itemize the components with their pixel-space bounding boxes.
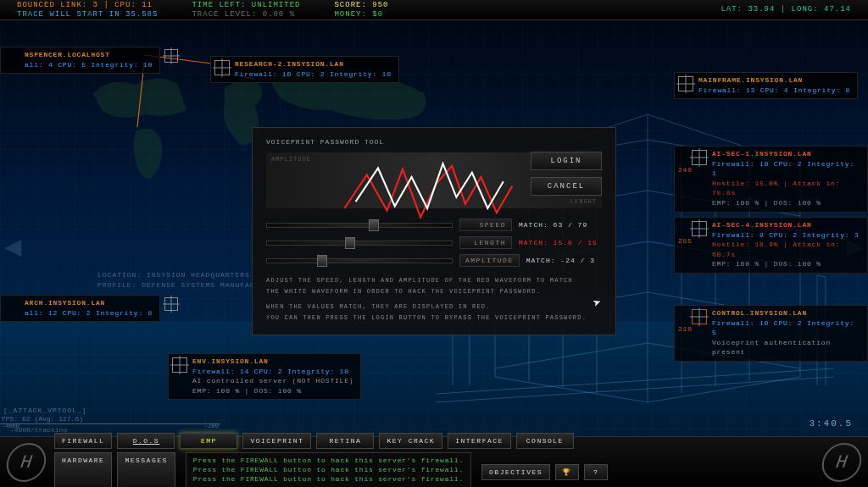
info-line: When the values match, they are displaye… <box>266 302 602 313</box>
objectives-button[interactable]: Objectives <box>481 464 550 480</box>
attack-label: [_ATTACK_VPTOOL_] <box>3 407 87 414</box>
tool-console[interactable]: Console <box>516 433 574 449</box>
stat-latlong: Lat: 33.94 | Long: 47.14 <box>721 5 851 14</box>
slider-handle[interactable] <box>345 237 355 249</box>
tool-voiceprint[interactable]: Voiceprint <box>242 433 311 449</box>
slider-track[interactable] <box>266 258 453 263</box>
node-emp: EMP: 100 % | DOS: 100 % <box>712 198 860 208</box>
slider-amplitude[interactable]: amplitudeMatch: -24 / 3 <box>266 254 602 267</box>
info-line: the white waveform in order to hack the … <box>266 286 602 297</box>
node-arch[interactable]: arch.insysion.lan all: 12 CPU: 2 Integri… <box>0 295 160 322</box>
side-count: 285 <box>678 236 693 246</box>
slider-label: amplitude <box>459 254 520 267</box>
node-auth: Voiceprint authentication present <box>712 338 860 357</box>
node-title: control.insysion.lan <box>712 308 860 318</box>
node-research[interactable]: research-2.insysion.lan Firewall: 10 CPU… <box>210 56 399 83</box>
slider-match: Match: 15.0 / 15 <box>519 239 602 246</box>
message-line: Press the FIREWALL button to hack this s… <box>193 456 464 465</box>
node-hostile: Hostile: 15.0% | Attack in: 78.8s <box>712 179 860 198</box>
bottom-bar: 3:40.5 H H FirewallD.O.SEMPVoiceprintRet… <box>0 436 868 487</box>
logo-left: H <box>4 443 48 482</box>
reticle-icon <box>164 297 178 311</box>
reticle-icon <box>692 150 707 165</box>
node-mainframe[interactable]: mainframe.insysion.lan Firewall: 13 CPU:… <box>674 72 858 99</box>
tool-firewall[interactable]: Firewall <box>54 433 112 449</box>
slider-track[interactable] <box>266 241 453 246</box>
reticle-icon <box>172 357 187 373</box>
node-title: env.insysion.lan <box>192 357 353 367</box>
node-stats: Firewall: 9 CPU: 2 Integrity: 3 <box>712 230 860 241</box>
node-stats: Firewall: 10 CPU: 2 Integrity: 1 <box>712 159 860 179</box>
side-count: 210 <box>678 324 693 335</box>
node-stats: Firewall: 10 CPU: 2 Integrity: 10 <box>235 69 392 80</box>
stat-timeleft: Time left: unlimited <box>192 1 300 10</box>
tool-interface[interactable]: Interface <box>448 433 511 449</box>
node-emp: EMP: 100 % | DOS: 100 % <box>712 259 860 269</box>
node-env[interactable]: env.insysion.lan Firewall: 14 CPU: 2 Int… <box>168 353 361 400</box>
reticle-icon <box>164 49 178 63</box>
node-aisec1[interactable]: 240 ai-sec-1.insysion.lan Firewall: 10 C… <box>674 146 868 213</box>
slider-label: length <box>459 236 512 249</box>
reticle-icon <box>678 76 693 91</box>
info-line: You can then press the login button to b… <box>266 313 602 324</box>
tool-messages[interactable]: Messages <box>117 452 175 487</box>
info-line: adjust the speed, length and amplitude o… <box>266 275 602 286</box>
slider-handle[interactable] <box>369 219 379 231</box>
node-stats: all: 12 CPU: 2 Integrity: 8 <box>25 308 153 318</box>
tool-retina[interactable]: Retina <box>316 433 374 449</box>
message-line: Press the FIREWALL button to hack this s… <box>193 465 464 474</box>
dialog-title: Voiceprint password tool <box>266 138 602 146</box>
node-control[interactable]: 210 control.insysion.lan Firewall: 10 CP… <box>674 305 868 362</box>
reticle-icon <box>692 221 707 236</box>
stat-trace-warn: Trace will start in 35.58s <box>17 10 158 19</box>
mission-timer: 3:40.5 <box>809 418 853 429</box>
node-title: ai-sec-4.insysion.lan <box>712 220 860 230</box>
message-line: Press the FIREWALL button to hack this s… <box>193 474 464 484</box>
node-ai: AI controlled server (NOT HOSTILE) <box>192 376 353 386</box>
node-spencer[interactable]: nspencer.localhost all: 4 CPU: 5 Integri… <box>0 47 160 74</box>
tool-emp[interactable]: EMP <box>180 433 237 449</box>
stat-bounced: Bounced link: 3 | CPU: 11 <box>17 1 158 10</box>
reticle-icon <box>214 60 230 75</box>
node-title: mainframe.insysion.lan <box>698 75 850 86</box>
node-hostile: Hostile: 18.9% | Attack in: 60.7s <box>712 240 860 259</box>
tool-dos[interactable]: D.O.S <box>117 433 175 449</box>
node-aisec4[interactable]: 285 ai-sec-4.insysion.lan Firewall: 9 CP… <box>674 217 868 274</box>
node-stats: Firewall: 14 CPU: 2 Integrity: 10 <box>192 367 353 377</box>
node-stats: Firewall: 13 CPU: 4 Integrity: 8 <box>698 86 850 96</box>
side-count: 240 <box>678 165 693 175</box>
trophy-button[interactable]: 🏆 <box>555 464 579 480</box>
tool-hardware[interactable]: Hardware <box>54 452 112 487</box>
slider-length[interactable]: lengthMatch: 15.0 / 15 <box>266 236 602 249</box>
logo-right: H <box>820 443 864 482</box>
stat-money: Money: $0 <box>334 10 388 19</box>
help-button[interactable]: ? <box>584 464 608 480</box>
node-stats: Firewall: 10 CPU: 2 Integrity: 5 <box>712 318 860 338</box>
node-title: ai-sec-1.insysion.lan <box>712 149 860 159</box>
stat-tracelvl: Trace level: 0.00 % <box>192 10 300 19</box>
top-status-bar: Bounced link: 3 | CPU: 11Trace will star… <box>0 0 868 20</box>
stat-score: Score: 950 <box>334 1 388 10</box>
fps-label: FPS: 62 (Avg: 127.6) <box>2 415 83 423</box>
cancel-button[interactable]: CANCEL <box>531 177 602 196</box>
node-title: nspencer.localhost <box>25 50 153 60</box>
tool-keycrack[interactable]: Key Crack <box>379 433 442 449</box>
node-stats: all: 4 CPU: 5 Integrity: 10 <box>25 60 153 70</box>
node-title: arch.insysion.lan <box>25 298 153 308</box>
slider-track[interactable] <box>266 223 453 228</box>
slider-handle[interactable] <box>317 255 327 267</box>
node-emp: EMP: 100 % | DOS: 100 % <box>192 386 353 396</box>
slider-match: Match: -24 / 3 <box>526 257 602 264</box>
voiceprint-dialog: Voiceprint password tool Amplitude Lengh… <box>252 127 616 335</box>
node-title: research-2.insysion.lan <box>235 59 392 69</box>
login-button[interactable]: LOGIN <box>531 152 602 170</box>
message-panel: Press the FIREWALL button to hack this s… <box>186 452 471 487</box>
nav-left-arrow[interactable]: ◀ <box>4 229 21 264</box>
reticle-icon <box>692 309 707 324</box>
